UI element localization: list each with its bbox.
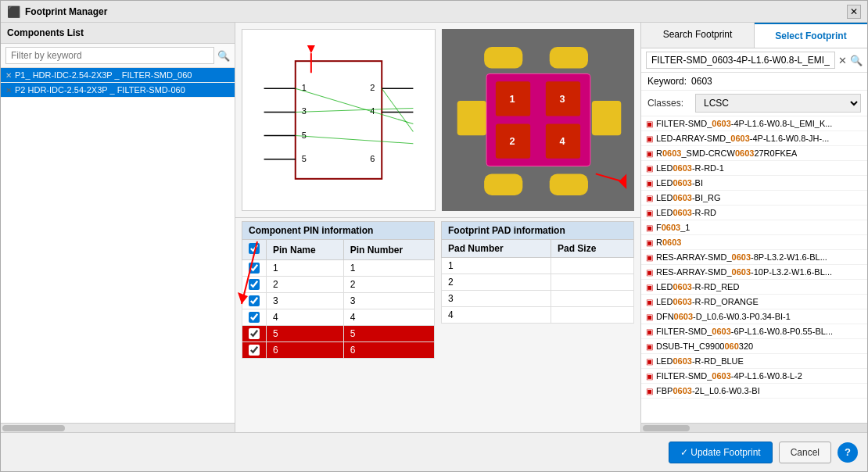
close-button[interactable]: ✕ [847, 5, 861, 19]
filter-search-icon[interactable]: 🔍 [217, 50, 230, 62]
list-item[interactable]: ▣ RES-ARRAY-SMD_0603-10P-L3.2-W1.6-BL... [641, 265, 867, 280]
fp-item-label: DFN0603-D_L0.6-W0.3-P0.34-BI-1 [656, 312, 791, 321]
pin-name-cell: 5 [267, 326, 344, 342]
remove-component-icon[interactable]: ✕ [5, 71, 12, 80]
cancel-button[interactable]: Cancel [779, 442, 831, 463]
component-label: P2 HDR-IDC-2.54-2X3P _ FILTER-SMD-060 [15, 85, 185, 95]
right-panel: Search Footprint Select Footprint ✕ 🔍 Ke… [640, 23, 867, 432]
svg-text:5: 5 [302, 131, 307, 140]
footprint-manager-window: ⬛ Footprint Manager ✕ Components List 🔍 … [0, 0, 868, 472]
fp-icon: ▣ [646, 209, 653, 217]
right-scroll-thumb [643, 425, 690, 431]
footprint-results-list: ▣ FILTER-SMD_0603-4P-L1.6-W0.8-L_EMI_K..… [641, 116, 867, 423]
tables-area: Component PIN information Pin Name Pin N… [235, 218, 640, 432]
fp-icon: ▣ [646, 134, 653, 143]
update-footprint-button[interactable]: ✓ Update Footprint [669, 442, 773, 463]
fp-item-label: LED-ARRAY-SMD_0603-4P-L1.6-W0.8-JH-... [656, 134, 829, 143]
svg-rect-22 [550, 47, 588, 69]
list-item[interactable]: ▣ FILTER-SMD_0603-4P-L1.6-W0.8-L_EMI_K..… [641, 116, 867, 131]
list-item[interactable]: ▣ LED0603-BI_RG [641, 191, 867, 206]
help-button[interactable]: ? [838, 442, 858, 463]
search-magnifier-icon[interactable]: 🔍 [850, 55, 863, 66]
table-row-highlighted: 5 5 [242, 326, 435, 342]
fp-icon: ▣ [646, 327, 653, 336]
fp-item-label: LED0603-R-RD_BLUE [656, 356, 744, 366]
fp-icon: ▣ [646, 223, 653, 232]
horizontal-scrollbar[interactable] [1, 423, 235, 432]
pin-number-cell: 4 [343, 309, 434, 326]
list-item[interactable]: ▣ LED0603-R-RD_BLUE [641, 354, 867, 369]
search-clear-icon[interactable]: ✕ [838, 55, 847, 66]
pad-size-cell [551, 307, 634, 324]
filter-row: 🔍 [1, 44, 235, 68]
classes-select[interactable]: LCSC All [695, 94, 861, 113]
fp-icon: ▣ [646, 194, 653, 202]
fp-icon: ▣ [646, 164, 653, 173]
svg-rect-23 [457, 101, 486, 135]
fp-icon: ▣ [646, 253, 653, 262]
main-content: Components List 🔍 ✕ P1_ HDR-IDC-2.54-2X3… [1, 23, 867, 432]
fp-item-label: DSUB-TH_C9900060320 [656, 341, 753, 351]
pad-size-cell [551, 291, 634, 307]
remove-component-icon[interactable]: ✕ [5, 86, 12, 95]
list-item[interactable]: ▣ R0603_SMD-CRCW060327R0FKEA [641, 146, 867, 161]
list-item[interactable]: ▣ LED0603-R-RD_RED [641, 280, 867, 295]
component-item[interactable]: ✕ P2 HDR-IDC-2.54-2X3P _ FILTER-SMD-060 [1, 83, 235, 98]
tab-search-footprint[interactable]: Search Footprint [641, 23, 755, 48]
svg-text:4: 4 [560, 135, 566, 147]
footprint-search-input[interactable] [646, 52, 835, 69]
list-item[interactable]: ▣ FILTER-SMD_0603-4P-L1.6-W0.8-L-2 [641, 369, 867, 384]
right-panel-tabs: Search Footprint Select Footprint [641, 23, 867, 48]
pin-number-cell: 2 [343, 277, 434, 293]
fp-icon: ▣ [646, 387, 653, 395]
list-item[interactable]: ▣ DFN0603-D_L0.6-W0.3-P0.34-BI-1 [641, 309, 867, 324]
tab-select-label: Select Footprint [775, 30, 846, 41]
components-list: ✕ P1_ HDR-IDC-2.54-2X3P _ FILTER-SMD_060… [1, 68, 235, 423]
components-list-title: Components List [1, 23, 235, 44]
table-row: 4 [442, 307, 634, 324]
list-item[interactable]: ▣ DSUB-TH_C9900060320 [641, 339, 867, 354]
pad-number-cell: 2 [442, 274, 551, 291]
pin-number-cell: 3 [343, 293, 434, 309]
fp-item-label: RES-ARRAY-SMD_0603-8P-L3.2-W1.6-BL... [656, 252, 827, 262]
pin-row-checkbox[interactable] [249, 345, 260, 356]
component-item[interactable]: ✕ P1_ HDR-IDC-2.54-2X3P _ FILTER-SMD_060 [1, 68, 235, 83]
list-item[interactable]: ▣ FILTER-SMD_0603-6P-L1.6-W0.8-P0.55-BL.… [641, 324, 867, 339]
svg-rect-21 [484, 47, 522, 69]
list-item[interactable]: ▣ LED0603-R-RD_ORANGE [641, 295, 867, 309]
filter-input[interactable] [5, 47, 214, 64]
fp-item-label: RES-ARRAY-SMD_0603-10P-L3.2-W1.6-BL... [656, 267, 832, 277]
pad-number-cell: 1 [442, 258, 551, 274]
pad-table-container: Footprint PAD information Pad Number Pad… [441, 221, 634, 426]
fp-icon: ▣ [646, 149, 653, 158]
list-item[interactable]: ▣ RES-ARRAY-SMD_0603-8P-L3.2-W1.6-BL... [641, 250, 867, 265]
list-item[interactable]: ▣ LED0603-R-RD-1 [641, 161, 867, 176]
pad-number-cell: 3 [442, 291, 551, 307]
fp-item-label: R0603 [656, 238, 681, 247]
list-item[interactable]: ▣ F0603_1 [641, 220, 867, 235]
pin-row-checkbox[interactable] [249, 328, 260, 339]
keyword-value: 0603 [691, 76, 712, 87]
fp-item-label: LED0603-R-RD [656, 208, 716, 217]
fp-item-label: FILTER-SMD_0603-4P-L1.6-W0.8-L-2 [656, 371, 802, 381]
right-horizontal-scrollbar[interactable] [641, 423, 867, 432]
list-item[interactable]: ▣ LED-ARRAY-SMD_0603-4P-L1.6-W0.8-JH-... [641, 131, 867, 146]
left-panel: Components List 🔍 ✕ P1_ HDR-IDC-2.54-2X3… [1, 23, 235, 432]
fp-icon: ▣ [646, 120, 653, 128]
list-item[interactable]: ▣ R0603 [641, 235, 867, 250]
fp-icon: ▣ [646, 283, 653, 291]
component-label: P1_ HDR-IDC-2.54-2X3P _ FILTER-SMD_060 [15, 70, 192, 80]
tab-select-footprint[interactable]: Select Footprint [755, 23, 867, 48]
svg-text:2: 2 [370, 83, 375, 92]
svg-text:3: 3 [302, 106, 307, 116]
list-item[interactable]: ▣ LED0603-R-RD [641, 206, 867, 220]
pin-row-checkbox[interactable] [249, 312, 260, 323]
classes-row: Classes: LCSC All [641, 91, 867, 116]
pad-size-cell [551, 258, 634, 274]
list-item[interactable]: ▣ FBP0603-2L_L0.6-W0.3-BI [641, 384, 867, 399]
fp-item-label: FILTER-SMD_0603-6P-L1.6-W0.8-P0.55-BL... [656, 327, 833, 336]
pad-table-title: Footprint PAD information [441, 221, 634, 239]
list-item[interactable]: ▣ LED0603-BI [641, 176, 867, 191]
footprint-view: 1 3 2 4 [442, 29, 634, 211]
table-row-highlighted: 6 6 [242, 342, 435, 359]
